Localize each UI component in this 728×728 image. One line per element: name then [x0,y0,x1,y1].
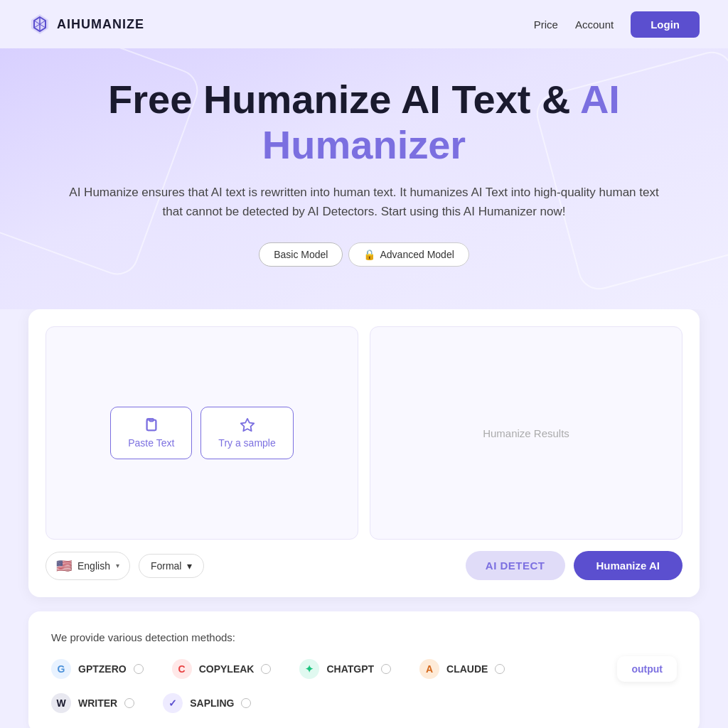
tool-container: Paste Text Try a sample Humanize Results [0,309,728,611]
output-placeholder: Humanize Results [483,427,569,439]
logo-text: AIHUMANIZE [57,17,144,32]
account-link[interactable]: Account [575,18,614,31]
editor-panels: Paste Text Try a sample Humanize Results [46,326,682,540]
method-name: WRITER [78,697,117,709]
method-radio[interactable] [134,664,144,674]
method-icon: G [51,659,71,679]
method-radio[interactable] [241,698,251,708]
method-radio[interactable] [124,698,134,708]
humanize-button[interactable]: Humanize AI [574,551,682,580]
hero-title: Free Humanize AI Text & AI Humanizer [28,77,700,168]
method-radio[interactable] [495,664,505,674]
ai-detect-button[interactable]: AI DETECT [466,551,565,580]
chevron-down-icon: ▾ [187,560,192,572]
lock-icon: 🔒 [363,249,375,260]
paste-icon [144,417,159,433]
detection-method-claude: A CLAUDE [419,659,505,679]
tool-card: Paste Text Try a sample Humanize Results [28,309,700,597]
method-name: CLAUDE [446,663,488,675]
method-radio[interactable] [381,664,391,674]
method-icon: C [172,659,192,679]
method-icon: W [51,693,71,713]
action-buttons: Paste Text Try a sample [110,407,294,459]
method-name: SAPLING [190,697,234,709]
method-radio[interactable] [261,664,271,674]
price-link[interactable]: Price [534,18,558,31]
detection-method-gptzero: G GPTZERO [51,659,144,679]
output-badge[interactable]: output [617,656,677,682]
input-panel-inner: Paste Text Try a sample [110,407,294,459]
try-sample-button[interactable]: Try a sample [200,407,293,459]
svg-marker-7 [240,419,253,431]
method-icon: ✓ [163,693,183,713]
chevron-down-icon: ▾ [116,562,119,569]
method-name: GPTZERO [78,663,127,675]
flag-icon: 🇺🇸 [56,558,72,574]
logo-icon [28,13,51,36]
detection-section: We provide various detection methods: G … [28,611,700,728]
header-nav: Price Account Login [534,11,700,38]
hero-section: Free Humanize AI Text & AI Humanizer AI … [0,48,728,309]
method-name: COPYLEAK [199,663,255,675]
detection-title: We provide various detection methods: [51,631,677,643]
method-icon: A [419,659,439,679]
detection-method-copyleak: C COPYLEAK [172,659,272,679]
advanced-model-tab[interactable]: 🔒 Advanced Model [348,242,469,267]
hero-subtitle: AI Humanize ensures that AI text is rewr… [58,183,670,221]
output-panel: Humanize Results [370,326,682,540]
paste-text-button[interactable]: Paste Text [110,407,192,459]
detection-method-writer: W WRITER [51,693,134,713]
method-icon: ✦ [299,659,319,679]
model-tabs: Basic Model 🔒 Advanced Model [28,242,700,267]
tone-select[interactable]: Formal ▾ [139,554,205,578]
basic-model-tab[interactable]: Basic Model [259,242,343,267]
logo: AIHUMANIZE [28,13,144,36]
detection-method-sapling: ✓ SAPLING [163,693,251,713]
login-button[interactable]: Login [631,11,700,38]
language-select[interactable]: 🇺🇸 English ▾ [46,552,130,580]
detection-methods: G GPTZERO C COPYLEAK ✦ CHATGPT A CLAUDE … [51,656,677,713]
star-icon [240,417,255,433]
header: AIHUMANIZE Price Account Login [0,0,728,48]
tool-bottom-bar: 🇺🇸 English ▾ Formal ▾ AI DETECT Humanize… [46,551,682,580]
detection-method-chatgpt: ✦ CHATGPT [299,659,391,679]
method-name: CHATGPT [326,663,374,675]
input-panel[interactable]: Paste Text Try a sample [46,326,358,540]
